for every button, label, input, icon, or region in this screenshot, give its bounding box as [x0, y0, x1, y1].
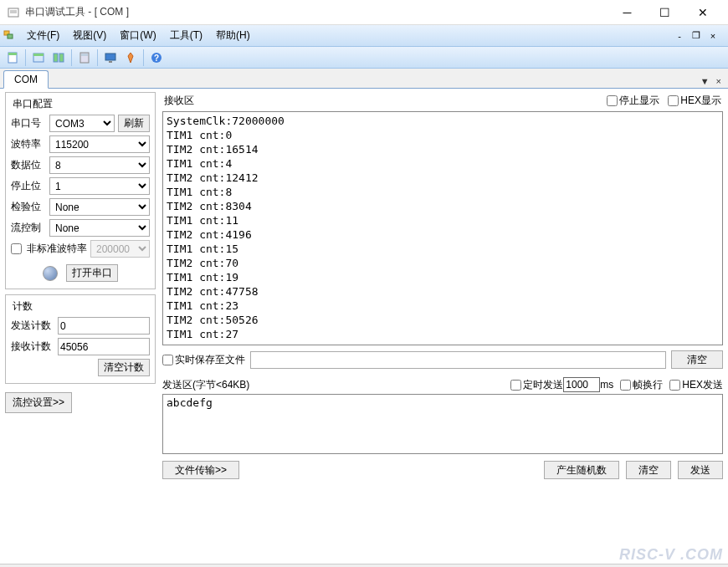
svg-rect-3: [8, 34, 13, 38]
parity-label: 检验位: [11, 200, 46, 214]
nonstd-label: 非标准波特率: [27, 242, 87, 256]
file-transfer-button[interactable]: 文件传输>>: [162, 461, 239, 479]
menu-view[interactable]: 视图(V): [66, 26, 113, 45]
timed-interval-input[interactable]: [563, 377, 600, 392]
title-bar: 串口调试工具 - [ COM ] ─ ☐ ✕: [0, 0, 728, 25]
svg-rect-8: [54, 54, 58, 62]
tab-com[interactable]: COM: [3, 70, 49, 89]
count-title: 计数: [11, 299, 34, 314]
frame-wrap-label[interactable]: 帧换行: [620, 378, 663, 392]
svg-rect-13: [109, 61, 112, 63]
menu-bar: 文件(F) 视图(V) 窗口(W) 工具(T) 帮助(H) - ❐ ×: [0, 25, 728, 47]
hex-display-checkbox[interactable]: [668, 95, 679, 106]
menu-window[interactable]: 窗口(W): [113, 26, 162, 45]
menu-icon: [3, 29, 17, 43]
mdi-minimize-button[interactable]: -: [673, 30, 686, 42]
parity-select[interactable]: None: [49, 198, 150, 216]
menu-file[interactable]: 文件(F): [20, 26, 66, 45]
svg-rect-7: [33, 54, 44, 56]
mdi-close-button[interactable]: ×: [706, 30, 720, 42]
tab-dropdown-button[interactable]: ▼: [699, 74, 711, 88]
rx-textarea[interactable]: SystemClk:72000000 TIM1 cnt:0 TIM2 cnt:1…: [162, 111, 723, 345]
hex-display-label[interactable]: HEX显示: [668, 94, 721, 108]
minimize-button[interactable]: ─: [608, 1, 646, 24]
flowctrl-label: 流控制: [11, 221, 46, 235]
svg-rect-11: [81, 54, 88, 56]
send-count-label: 发送计数: [11, 319, 54, 333]
refresh-button[interactable]: 刷新: [118, 115, 150, 132]
toolbar-help-button[interactable]: ?: [147, 49, 166, 67]
frame-wrap-checkbox[interactable]: [620, 380, 631, 391]
close-button[interactable]: ✕: [684, 1, 721, 24]
mdi-restore-button[interactable]: ❐: [690, 30, 703, 42]
nonstd-checkbox[interactable]: [11, 243, 22, 254]
menu-help[interactable]: 帮助(H): [209, 26, 257, 45]
svg-text:?: ?: [154, 54, 159, 63]
window-title: 串口调试工具 - [ COM ]: [25, 5, 608, 19]
tx-clear-button[interactable]: 清空: [626, 461, 671, 479]
app-icon: [7, 6, 20, 19]
recv-count-input[interactable]: [58, 338, 150, 355]
stop-display-checkbox[interactable]: [607, 95, 618, 106]
databits-select[interactable]: 8: [49, 156, 150, 174]
timed-unit: ms: [600, 379, 613, 391]
tab-bar: COM ▼ ×: [0, 69, 728, 89]
toolbar-calc-button[interactable]: [75, 49, 94, 67]
flowctrl-select[interactable]: None: [49, 219, 150, 237]
port-select[interactable]: COM3: [49, 115, 115, 132]
baud-select[interactable]: 115200: [49, 135, 150, 153]
port-label: 串口号: [11, 116, 46, 130]
toolbar-monitor-button[interactable]: [101, 49, 120, 67]
toolbar-layout1-button[interactable]: [29, 49, 48, 67]
stopbits-label: 停止位: [11, 179, 46, 193]
toolbar-layout2-button[interactable]: [49, 49, 68, 67]
random-button[interactable]: 产生随机数: [544, 461, 619, 479]
baud-label: 波特率: [11, 137, 46, 151]
timed-send-checkbox[interactable]: [510, 380, 521, 391]
status-indicator: [43, 266, 58, 281]
send-button[interactable]: 发送: [678, 461, 723, 479]
tx-textarea[interactable]: abcdefg: [162, 394, 723, 454]
count-group: 计数 发送计数 接收计数 清空计数: [5, 294, 156, 384]
menu-tool[interactable]: 工具(T): [163, 26, 209, 45]
horizontal-scrollbar[interactable]: [0, 564, 728, 567]
toolbar-pin-button[interactable]: [121, 49, 140, 67]
hex-send-label[interactable]: HEX发送: [669, 378, 723, 392]
svg-rect-9: [59, 54, 64, 62]
open-port-button[interactable]: 打开串口: [66, 264, 118, 282]
rx-title: 接收区: [164, 94, 598, 108]
rx-clear-button[interactable]: 清空: [671, 350, 723, 369]
toolbar-new-button[interactable]: [3, 49, 22, 67]
tx-title: 发送区(字节<64KB): [162, 378, 504, 392]
recv-count-label: 接收计数: [11, 340, 54, 354]
serial-config-title: 串口配置: [11, 97, 54, 111]
stop-display-label[interactable]: 停止显示: [607, 94, 659, 108]
stopbits-select[interactable]: 1: [49, 177, 150, 195]
realtime-save-label[interactable]: 实时保存至文件: [162, 353, 245, 367]
maximize-button[interactable]: ☐: [646, 1, 684, 24]
send-count-input[interactable]: [58, 317, 150, 335]
timed-send-label[interactable]: 定时发送: [510, 378, 563, 392]
toolbar: ?: [0, 47, 728, 69]
hex-send-checkbox[interactable]: [669, 380, 680, 391]
save-path-input[interactable]: [250, 351, 666, 369]
svg-rect-12: [105, 54, 115, 60]
clear-count-button[interactable]: 清空计数: [98, 359, 150, 376]
serial-config-group: 串口配置 串口号 COM3 刷新 波特率 115200 数据位 8 停止位 1 …: [5, 92, 156, 289]
databits-label: 数据位: [11, 158, 46, 172]
svg-rect-1: [10, 10, 17, 13]
svg-rect-5: [8, 53, 17, 55]
realtime-save-checkbox[interactable]: [162, 355, 173, 365]
flow-settings-button[interactable]: 流控设置>>: [5, 392, 72, 413]
tab-close-button[interactable]: ×: [715, 74, 723, 88]
nonstd-select[interactable]: 200000: [90, 240, 150, 258]
